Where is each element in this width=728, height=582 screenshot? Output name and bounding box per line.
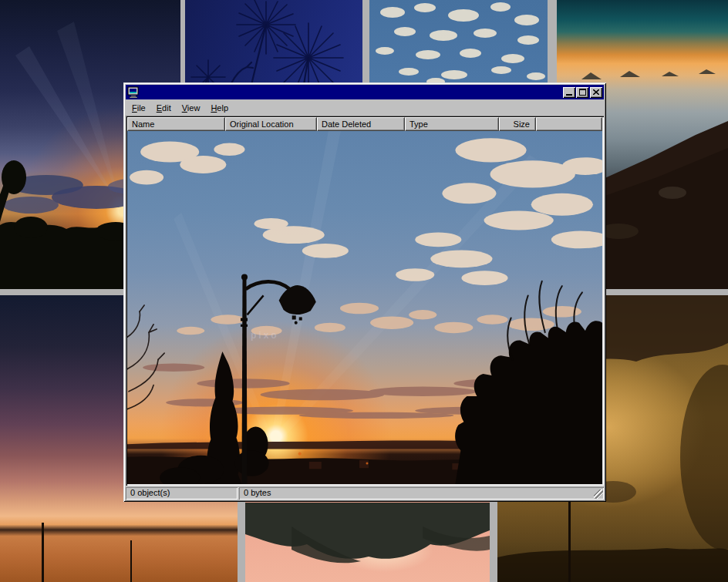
close-icon: [593, 89, 599, 95]
status-bar: 0 object(s) 0 bytes: [126, 487, 604, 500]
column-header-date-deleted[interactable]: Date Deleted: [317, 117, 405, 131]
column-header-type[interactable]: Type: [405, 117, 499, 131]
status-object-count: 0 object(s): [126, 487, 238, 500]
column-header-name[interactable]: Name: [127, 117, 225, 131]
lake-pole-silhouette: [42, 523, 44, 582]
photo-watermark: pixo: [251, 330, 279, 341]
column-header-original-location[interactable]: Original Location: [225, 117, 317, 131]
menu-file[interactable]: File: [126, 102, 151, 114]
status-total-size: 0 bytes: [239, 487, 604, 500]
column-header-row: Name Original Location Date Deleted Type…: [127, 117, 602, 131]
title-bar[interactable]: [126, 85, 604, 99]
desktop: File Edit View Help Name Original Locati…: [0, 0, 728, 582]
column-header-filler: [536, 117, 602, 131]
recycle-bin-window: File Edit View Help Name Original Locati…: [123, 82, 606, 502]
maximize-button[interactable]: [576, 87, 588, 98]
minimize-icon: [566, 94, 572, 96]
golden-pole-silhouette: [568, 502, 571, 582]
column-header-size[interactable]: Size: [499, 117, 536, 131]
menu-edit[interactable]: Edit: [151, 102, 177, 114]
sunset-photo-background[interactable]: pixo: [127, 131, 602, 484]
menu-bar: File Edit View Help: [126, 99, 604, 115]
minimize-button[interactable]: [563, 87, 575, 98]
menu-help[interactable]: Help: [205, 102, 234, 114]
file-list-view[interactable]: Name Original Location Date Deleted Type…: [126, 116, 604, 486]
computer-icon[interactable]: [127, 86, 140, 99]
resize-grip[interactable]: [594, 489, 603, 499]
lake-pole-silhouette: [130, 540, 132, 582]
close-button[interactable]: [590, 87, 602, 98]
maximize-icon: [579, 89, 586, 96]
menu-view[interactable]: View: [177, 102, 206, 114]
